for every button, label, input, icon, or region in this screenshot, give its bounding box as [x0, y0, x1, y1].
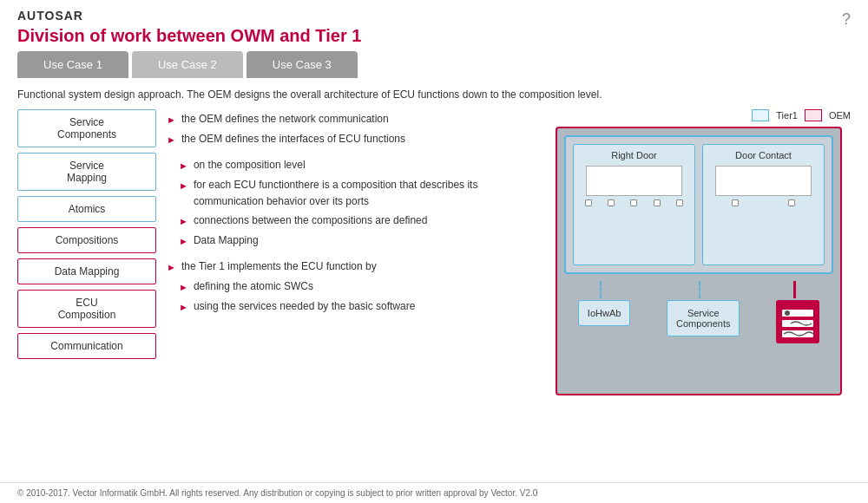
svg-rect-2: [782, 320, 813, 327]
btn-service-components[interactable]: ServiceComponents: [17, 109, 156, 147]
arrow-icon-7: ►: [179, 280, 188, 296]
ecu-right-door-inner: [586, 166, 682, 196]
footer: © 2010-2017. Vector Informatik GmbH. All…: [0, 482, 868, 503]
arrow-icon-3: ►: [179, 179, 188, 194]
tab-use-case-2[interactable]: Use Case 2: [132, 51, 243, 78]
ecu-right-door-title: Right Door: [611, 150, 657, 160]
arrow-icon-2: ►: [179, 159, 188, 174]
diagram-inner: Right Door Door Contact: [564, 135, 833, 274]
connector-2: [608, 199, 615, 206]
bullet-7: ► defining the atomic SWCs: [179, 278, 545, 296]
arrow-icon-4: ►: [179, 214, 188, 230]
bullet-5: ► Data Mapping: [179, 232, 545, 250]
tab-use-case-3[interactable]: Use Case 3: [247, 51, 358, 78]
description-text: Functional system design approach. The O…: [0, 87, 868, 109]
bullet-6: ► the Tier 1 implements the ECU function…: [167, 258, 545, 276]
btn-communication[interactable]: Communication: [17, 333, 156, 359]
btn-service-mapping[interactable]: ServiceMapping: [17, 153, 156, 191]
arrow-icon-8: ►: [179, 300, 188, 316]
legend-oem-label: OEM: [829, 110, 851, 121]
ecu-door-contact-title: Door Contact: [735, 150, 792, 160]
main-content: ServiceComponents ServiceMapping Atomics…: [0, 109, 868, 456]
right-door-connectors: [577, 199, 691, 206]
sub-bullets-group: ► on the composition level ► for each EC…: [179, 157, 545, 249]
arrow-icon-1: ►: [167, 133, 176, 148]
logo: AUTOSAR: [17, 9, 83, 23]
bullet-text-1: the OEM defines the interfaces of ECU fu…: [181, 131, 405, 147]
bullet-2: ► on the composition level: [179, 157, 545, 174]
arrow-icon-0: ►: [167, 113, 176, 128]
connector-3: [630, 199, 637, 206]
bullet-text-5: Data Mapping: [194, 232, 259, 249]
bullet-1: ► the OEM defines the interfaces of ECU …: [167, 131, 545, 148]
connector-1: [585, 199, 592, 206]
page-title: Division of work between OWM and Tier 1: [0, 26, 868, 51]
arrow-icon-5: ►: [179, 234, 188, 250]
component-icon-box: [776, 300, 819, 343]
bullet-text-4: connections between the compositions are…: [194, 212, 428, 229]
btn-data-mapping[interactable]: Data Mapping: [17, 258, 156, 284]
svg-rect-3: [782, 330, 813, 337]
bullet-text-7: defining the atomic SWCs: [194, 278, 313, 295]
ecu-door-contact: Door Contact: [702, 144, 825, 265]
btn-ecu-composition[interactable]: ECUComposition: [17, 290, 156, 328]
ecu-door-contact-inner: [715, 166, 812, 196]
door-contact-connectors: [707, 199, 820, 206]
connector-4: [654, 199, 661, 206]
bullet-8: ► using the services needed by the basic…: [179, 298, 545, 316]
component-svg: [780, 304, 815, 339]
center-panel: ► the OEM defines the network communicat…: [167, 109, 545, 456]
tab-bar: Use Case 1 Use Case 2 Use Case 3: [0, 51, 868, 78]
connector-6: [732, 199, 739, 206]
connector-5: [676, 199, 683, 206]
help-icon[interactable]: ?: [842, 10, 851, 29]
bullet-text-0: the OEM defines the network communicatio…: [181, 111, 389, 127]
legend: Tier1 OEM: [556, 109, 851, 121]
bullet-0: ► the OEM defines the network communicat…: [167, 111, 545, 128]
component-iohwab: IoHwAb: [578, 300, 631, 326]
header: AUTOSAR ?: [0, 0, 868, 26]
legend-oem-box: [805, 109, 822, 121]
component-red-icon: [776, 300, 819, 343]
arrow-icon-6: ►: [167, 260, 176, 276]
btn-atomics[interactable]: Atomics: [17, 196, 156, 222]
right-panel: Tier1 OEM Right Door: [556, 109, 851, 456]
ecu-right-door: Right Door: [573, 144, 695, 265]
bullet-text-8: using the services needed by the basic s…: [194, 298, 415, 315]
left-panel: ServiceComponents ServiceMapping Atomics…: [17, 109, 156, 456]
sub-bullets-group-2: ► defining the atomic SWCs ► using the s…: [179, 278, 545, 315]
tab-use-case-1[interactable]: Use Case 1: [17, 51, 128, 78]
bullet-3: ► for each ECU functionthere is a compos…: [179, 177, 545, 210]
bullet-text-2: on the composition level: [194, 157, 306, 173]
bullet-4: ► connections between the compositions a…: [179, 212, 545, 230]
bullet-text-3: for each ECU functionthere is a composit…: [194, 177, 545, 210]
connector-7: [788, 199, 795, 206]
footer-text: © 2010-2017. Vector Informatik GmbH. All…: [17, 488, 537, 498]
diagram-outer: Right Door Door Contact: [556, 127, 842, 395]
component-service-components: Service Components: [667, 300, 740, 336]
bullet-text-6: the Tier 1 implements the ECU function b…: [181, 258, 377, 275]
legend-tier1-label: Tier1: [776, 110, 798, 121]
legend-tier1-box: [752, 109, 769, 121]
bottom-components: IoHwAb Service Components: [564, 281, 833, 343]
svg-point-1: [785, 310, 790, 316]
btn-compositions[interactable]: Compositions: [17, 227, 156, 253]
